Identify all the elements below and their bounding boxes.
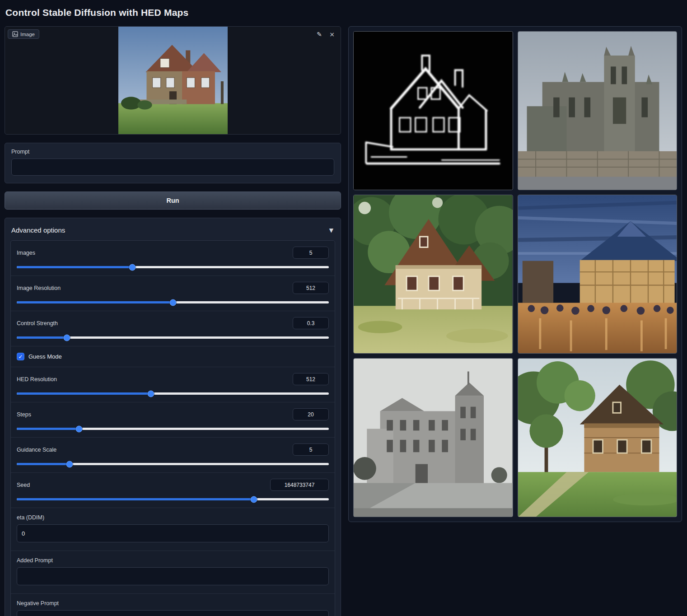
hed-edge-map-image [354, 32, 513, 190]
guidance-scale-label: Guidance Scale [17, 447, 56, 453]
image-input-label: Image [8, 29, 39, 39]
seed-slider[interactable] [17, 498, 329, 500]
image-resolution-value-input[interactable] [293, 282, 329, 294]
hed-resolution-value-input[interactable] [293, 373, 329, 385]
gallery-item-painterly-house-scene[interactable] [518, 195, 678, 354]
painterly-house-scene-image [518, 195, 677, 353]
eta-input[interactable] [17, 524, 329, 542]
seed-slider-row: Seed [11, 472, 335, 508]
seed-label: Seed [17, 482, 30, 488]
images-label: Images [17, 250, 35, 256]
steps-slider-row: Steps [11, 402, 335, 437]
hed-resolution-slider[interactable] [17, 392, 329, 395]
image-resolution-slider[interactable] [17, 301, 329, 303]
steps-value-input[interactable] [293, 408, 329, 420]
images-slider-row: Images [11, 241, 335, 275]
gallery-item-house-with-lawn[interactable] [518, 358, 678, 517]
images-slider-handle[interactable] [129, 264, 136, 271]
steps-slider[interactable] [17, 428, 329, 430]
steps-label: Steps [17, 411, 31, 418]
gallery-item-stone-cathedral[interactable] [518, 31, 678, 190]
guidance-scale-slider-row: Guidance Scale [11, 437, 335, 472]
edit-image-button[interactable]: ✎ [314, 29, 324, 39]
stone-cathedral-image [518, 32, 677, 190]
painted-wooden-house-image [354, 195, 513, 353]
images-slider[interactable] [17, 266, 329, 268]
advanced-options-title: Advanced options [11, 226, 65, 234]
image-resolution-slider-handle[interactable] [169, 299, 176, 306]
clear-image-button[interactable]: × [327, 29, 337, 39]
added-prompt-row: Added Prompt [11, 551, 335, 593]
image-input-label-text: Image [20, 32, 35, 37]
added-prompt-label: Added Prompt [17, 557, 329, 564]
image-resolution-slider-row: Image Resolution [11, 275, 335, 311]
grayscale-building-image [354, 359, 513, 517]
app-root: Control Stable Diffusion with HED Maps I… [0, 0, 687, 616]
gallery-item-grayscale-building[interactable] [353, 358, 513, 517]
guidance-scale-slider[interactable] [17, 463, 329, 465]
prompt-label: Prompt [11, 149, 334, 155]
guess-mode-checkbox[interactable]: ✓ [17, 353, 24, 360]
guess-mode-label: Guess Mode [28, 353, 62, 360]
gallery-item-painted-wooden-house[interactable] [353, 195, 513, 354]
control-strength-value-input[interactable] [293, 317, 329, 329]
uploaded-house-photo [118, 27, 228, 134]
added-prompt-input[interactable] [17, 567, 329, 585]
prompt-input[interactable] [11, 159, 334, 176]
eta-label: eta (DDIM) [17, 514, 329, 521]
hed-resolution-slider-row: HED Resolution [11, 367, 335, 402]
prompt-block: Prompt [5, 143, 341, 183]
control-strength-slider-row: Control Strength [11, 311, 335, 346]
output-gallery [348, 26, 682, 522]
negative-prompt-label: Negative Prompt [17, 600, 329, 607]
control-strength-slider-handle[interactable] [63, 334, 70, 341]
image-resolution-label: Image Resolution [17, 285, 61, 291]
control-strength-label: Control Strength [17, 320, 58, 327]
page-title: Control Stable Diffusion with HED Maps [5, 7, 682, 18]
image-icon [12, 31, 18, 37]
advanced-options-accordion: Advanced options ▼ Images [5, 218, 341, 616]
house-with-lawn-image [518, 359, 677, 517]
negative-prompt-input[interactable] [17, 610, 329, 616]
gallery-item-hed-edge-map[interactable] [353, 31, 513, 190]
control-strength-slider[interactable] [17, 336, 329, 339]
seed-slider-handle[interactable] [251, 496, 257, 503]
guess-mode-row: ✓ Guess Mode [11, 346, 335, 367]
eta-row: eta (DDIM) [11, 508, 335, 551]
guidance-scale-slider-handle[interactable] [66, 461, 73, 467]
hed-resolution-label: HED Resolution [17, 376, 57, 383]
image-input[interactable]: Image ✎ × [5, 26, 341, 135]
seed-value-input[interactable] [270, 479, 329, 491]
steps-slider-handle[interactable] [76, 425, 83, 432]
images-value-input[interactable] [293, 247, 329, 259]
negative-prompt-row: Negative Prompt [11, 593, 335, 616]
run-button[interactable]: Run [5, 191, 341, 210]
advanced-options-header[interactable]: Advanced options ▼ [10, 224, 335, 240]
chevron-down-icon[interactable]: ▼ [329, 227, 333, 233]
hed-resolution-slider-handle[interactable] [148, 390, 154, 397]
guidance-scale-value-input[interactable] [293, 443, 329, 456]
